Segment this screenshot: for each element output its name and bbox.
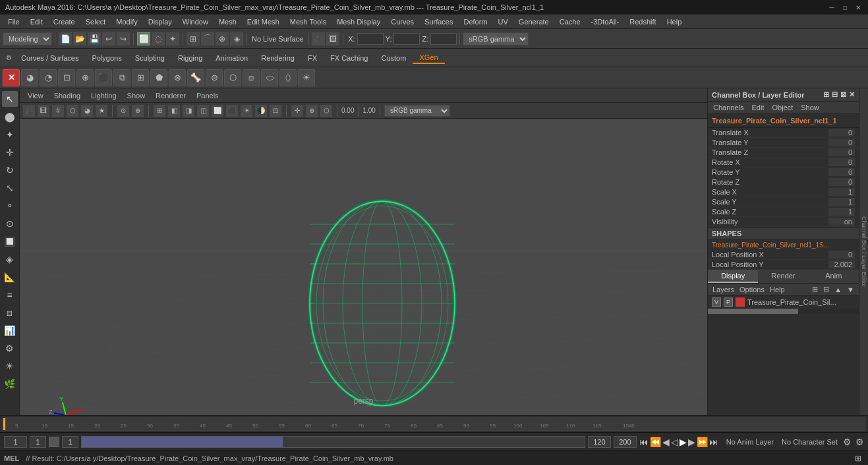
group-icon[interactable]: ⧉	[113, 69, 130, 86]
tab-rigging[interactable]: Rigging	[171, 53, 209, 63]
ch-menu-channels[interactable]: Channels	[710, 103, 746, 112]
open-file-icon[interactable]: 📂	[73, 32, 86, 46]
vp-hud-icon[interactable]: ⊡	[270, 105, 281, 117]
last-tool[interactable]: ⚬	[2, 198, 18, 214]
char-options-icon[interactable]: ⚙	[855, 437, 864, 447]
channel-scale-x[interactable]: Scale X 1	[708, 187, 859, 197]
vp-smooth-icon[interactable]: ◕	[81, 105, 93, 117]
ik-icon[interactable]: 🦴	[187, 69, 204, 86]
attribute-editor-tab[interactable]: Channel Box / Layer Editor	[859, 88, 868, 415]
tab-display[interactable]: Display	[708, 270, 758, 283]
rotate-tool[interactable]: ↻	[2, 162, 18, 178]
current-frame-input[interactable]	[4, 436, 27, 448]
tab-rendering[interactable]: Rendering	[254, 53, 301, 63]
menu-display[interactable]: Display	[143, 15, 177, 28]
next-frame-button[interactable]: ▶	[688, 437, 695, 447]
vp-wireframe-icon[interactable]: ⬡	[67, 105, 78, 117]
ch-menu-edit[interactable]: Edit	[749, 103, 767, 112]
new-file-icon[interactable]: 📄	[59, 32, 72, 46]
menu-help[interactable]: Help	[662, 15, 687, 28]
minimize-button[interactable]: ─	[827, 3, 836, 12]
status-grid-icon[interactable]: ⊞	[852, 452, 864, 464]
tab-fx-caching[interactable]: FX Caching	[324, 53, 374, 63]
tab-custom[interactable]: Custom	[375, 53, 413, 63]
menu-modify[interactable]: Modify	[111, 15, 142, 28]
tab-curves-surfaces[interactable]: Curves / Surfaces	[14, 53, 85, 63]
frame-slider[interactable]	[81, 436, 585, 448]
channel-rotate-z[interactable]: Rotate Z 0	[708, 177, 859, 187]
paint-tool[interactable]: ✦	[2, 127, 18, 142]
vp-isolate-icon[interactable]: ⊙	[117, 105, 129, 117]
layer-menu-options[interactable]: Options	[738, 286, 767, 294]
render-tool[interactable]: ☀	[2, 358, 18, 374]
soft-select-tool[interactable]: ⊙	[2, 216, 18, 232]
paint-select-icon[interactable]: ✦	[166, 32, 179, 46]
menu-deform[interactable]: Deform	[458, 15, 492, 28]
menu-file[interactable]: File	[3, 15, 25, 28]
save-icon[interactable]: 💾	[88, 32, 101, 46]
layer-up-icon[interactable]: ▲	[832, 286, 844, 294]
layer-scrollbar[interactable]	[708, 309, 859, 314]
anim-options-icon[interactable]: ⚙	[843, 437, 852, 447]
channel-rotate-x[interactable]: Rotate X 0	[708, 158, 859, 168]
tab-render[interactable]: Render	[758, 270, 808, 283]
timeline-track[interactable]: 5 10 15 20 25 30 35 40 45 50 55 60 65 70…	[3, 418, 865, 431]
channel-translate-y[interactable]: Translate Y 0	[708, 138, 859, 148]
next-key-button[interactable]: ⏩	[697, 437, 708, 447]
vp-shading5-icon[interactable]: ⬜	[212, 105, 223, 117]
channel-rotate-y[interactable]: Rotate Y 0	[708, 168, 859, 177]
vp-resolution-icon[interactable]: ⊞	[154, 105, 165, 117]
view-tab-renderer[interactable]: Renderer	[150, 92, 191, 100]
view-tab-show[interactable]: Show	[122, 92, 151, 100]
points-icon[interactable]: ⊡	[58, 69, 75, 86]
attr-icon[interactable]: ⚙	[2, 340, 18, 356]
y-input[interactable]	[393, 33, 420, 45]
timeline[interactable]: 5 10 15 20 25 30 35 40 45 50 55 60 65 70…	[0, 415, 868, 432]
view-tab-view[interactable]: View	[22, 92, 49, 100]
go-start-button[interactable]: ⏮	[639, 437, 649, 447]
material-icon[interactable]: ⬭	[261, 69, 278, 86]
tab-sculpting[interactable]: Sculpting	[129, 53, 171, 63]
layer-visibility-toggle[interactable]: V	[712, 297, 721, 307]
vp-shading6-icon[interactable]: ⬛	[226, 105, 238, 117]
vp-camera-icon[interactable]: 🎥	[23, 105, 35, 117]
ch-menu-object[interactable]: Object	[769, 103, 796, 112]
layer-row[interactable]: V P Treasure_Pirate_Coin_Sil...	[708, 295, 859, 309]
tab-fx[interactable]: FX	[301, 53, 324, 63]
vp-shading2-icon[interactable]: ◧	[168, 105, 180, 117]
menu-edit[interactable]: Edit	[25, 15, 48, 28]
layer-icon2[interactable]: ⧈	[2, 305, 18, 321]
anim-frame-input[interactable]	[62, 436, 78, 448]
z-input[interactable]	[430, 33, 457, 45]
xgen-tool[interactable]: 🌿	[2, 376, 18, 392]
vp-film-icon[interactable]: 🎞	[38, 105, 49, 117]
menu-select[interactable]: Select	[80, 15, 111, 28]
tab-animation[interactable]: Animation	[209, 53, 254, 63]
wireframe-icon[interactable]: ◔	[40, 69, 57, 86]
close-button[interactable]: ✕	[854, 3, 863, 12]
vp-quality-icon[interactable]: ★	[96, 105, 107, 117]
vp-shading3-icon[interactable]: ◨	[183, 105, 194, 117]
vp-grid-icon[interactable]: #	[52, 105, 64, 117]
layers-icon[interactable]: ⧈	[243, 69, 260, 86]
blend-icon[interactable]: ⬡	[224, 69, 241, 86]
scale-tool[interactable]: ⤡	[2, 180, 18, 196]
range-end-input[interactable]	[614, 436, 637, 448]
render-icon[interactable]: 🖼	[326, 32, 339, 46]
redo-icon[interactable]: ↪	[117, 32, 130, 46]
menu-window[interactable]: Window	[177, 15, 214, 28]
x-input[interactable]	[357, 33, 384, 45]
cluster-icon[interactable]: ⊜	[206, 69, 223, 86]
x-icon[interactable]: ✕	[3, 69, 20, 86]
vp-move2-icon[interactable]: ✛	[291, 105, 303, 117]
vp-shadow-icon[interactable]: 🌓	[255, 105, 267, 117]
snap2-tool[interactable]: ◈	[2, 251, 18, 267]
color-space-dropdown[interactable]: sRGB gamma	[384, 105, 450, 117]
start-frame-input[interactable]	[30, 436, 46, 448]
prev-key-button[interactable]: ⏪	[650, 437, 661, 447]
gamma-dropdown[interactable]: sRGB gamma	[463, 32, 529, 46]
view-tab-lighting[interactable]: Lighting	[86, 92, 122, 100]
lattice-icon[interactable]: ⬟	[150, 69, 167, 86]
cb-close-icon[interactable]: ✕	[849, 90, 855, 99]
vp-select2-icon[interactable]: ⬡	[320, 105, 332, 117]
